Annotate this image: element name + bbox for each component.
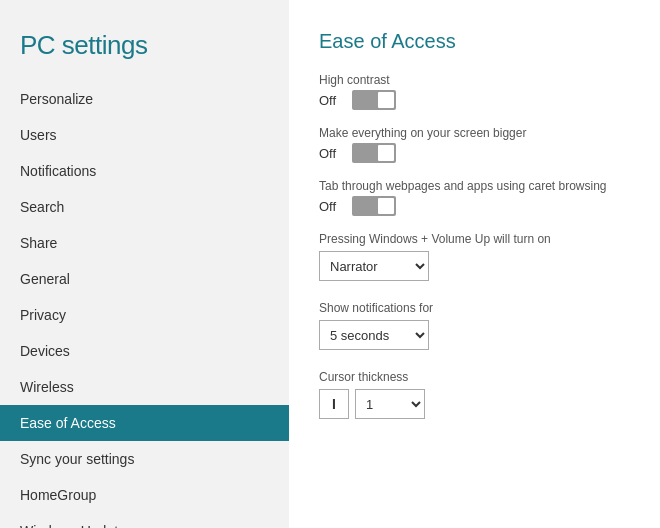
high-contrast-toggle-row: Off (319, 90, 630, 110)
sidebar-item-personalize[interactable]: Personalize (0, 81, 289, 117)
make-bigger-toggle[interactable] (352, 143, 396, 163)
caret-browsing-toggle[interactable] (352, 196, 396, 216)
notifications-setting: Show notifications for 5 seconds 7 secon… (319, 301, 630, 350)
sidebar-item-homegroup[interactable]: HomeGroup (0, 477, 289, 513)
make-bigger-toggle-row: Off (319, 143, 630, 163)
sidebar-item-users[interactable]: Users (0, 117, 289, 153)
narrator-label: Pressing Windows + Volume Up will turn o… (319, 232, 630, 246)
cursor-thickness-setting: Cursor thickness I 1 2 3 4 5 10 15 20 (319, 370, 630, 419)
sidebar-item-search[interactable]: Search (0, 189, 289, 225)
sidebar-item-wireless[interactable]: Wireless (0, 369, 289, 405)
high-contrast-toggle-text: Off (319, 93, 344, 108)
app-title: PC settings (0, 20, 289, 81)
narrator-setting: Pressing Windows + Volume Up will turn o… (319, 232, 630, 281)
caret-browsing-label: Tab through webpages and apps using care… (319, 179, 630, 193)
sidebar-item-devices[interactable]: Devices (0, 333, 289, 369)
sidebar-item-privacy[interactable]: Privacy (0, 297, 289, 333)
cursor-thickness-select[interactable]: 1 2 3 4 5 10 15 20 (355, 389, 425, 419)
cursor-preview: I (319, 389, 349, 419)
sidebar-item-notifications[interactable]: Notifications (0, 153, 289, 189)
sidebar: PC settings Personalize Users Notificati… (0, 0, 289, 528)
high-contrast-toggle[interactable] (352, 90, 396, 110)
sidebar-item-share[interactable]: Share (0, 225, 289, 261)
make-bigger-toggle-text: Off (319, 146, 344, 161)
high-contrast-setting: High contrast Off (319, 73, 630, 110)
make-bigger-label: Make everything on your screen bigger (319, 126, 630, 140)
sidebar-item-windows-update[interactable]: Windows Update (0, 513, 289, 528)
notifications-label: Show notifications for (319, 301, 630, 315)
caret-browsing-toggle-text: Off (319, 199, 344, 214)
high-contrast-label: High contrast (319, 73, 630, 87)
sidebar-item-ease-of-access[interactable]: Ease of Access (0, 405, 289, 441)
main-content: Ease of Access High contrast Off Make ev… (289, 0, 660, 528)
sidebar-item-sync-your-settings[interactable]: Sync your settings (0, 441, 289, 477)
caret-browsing-setting: Tab through webpages and apps using care… (319, 179, 630, 216)
caret-browsing-toggle-row: Off (319, 196, 630, 216)
narrator-select[interactable]: Narrator Magnifier On-Screen Keyboard (319, 251, 429, 281)
section-title: Ease of Access (319, 30, 630, 53)
notifications-select[interactable]: 5 seconds 7 seconds 15 seconds 30 second… (319, 320, 429, 350)
sidebar-item-general[interactable]: General (0, 261, 289, 297)
cursor-thickness-label: Cursor thickness (319, 370, 630, 384)
cursor-row: I 1 2 3 4 5 10 15 20 (319, 389, 630, 419)
make-bigger-setting: Make everything on your screen bigger Of… (319, 126, 630, 163)
